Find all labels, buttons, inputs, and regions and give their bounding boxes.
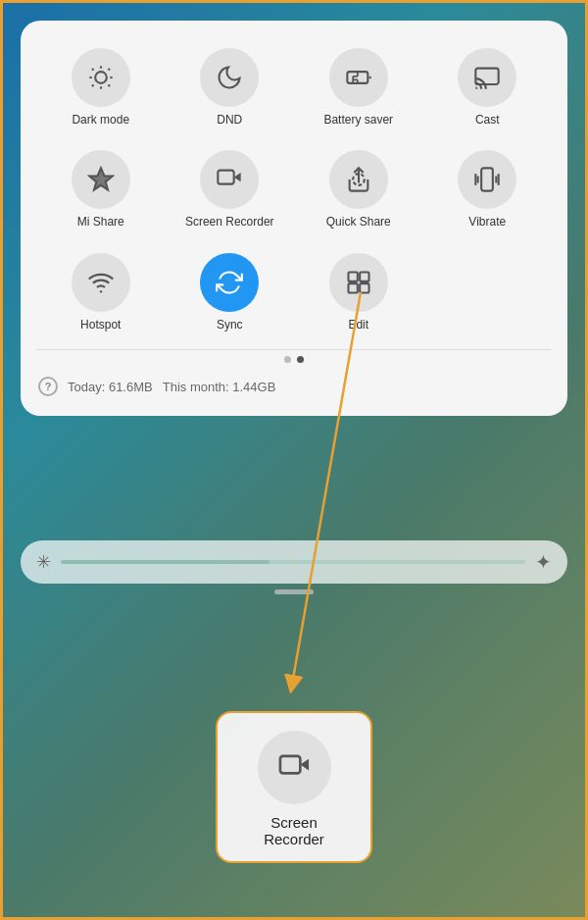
tile-vibrate[interactable]: Vibrate [423, 142, 553, 236]
pagination-dots [36, 356, 552, 363]
callout-box: Screen Recorder [216, 711, 372, 863]
divider [36, 349, 552, 350]
tiles-grid: Dark mode DND [36, 40, 552, 339]
dot-1 [284, 356, 291, 363]
data-usage-row: ? Today: 61.6MB This month: 1.44GB [36, 373, 552, 400]
tile-quick-share[interactable]: Quick Share [294, 142, 423, 236]
dark-mode-icon [87, 64, 115, 91]
hotspot-icon [87, 269, 115, 296]
callout-circle [258, 731, 331, 804]
svg-line-7 [92, 84, 94, 86]
tile-battery-saver[interactable]: Battery saver [294, 40, 423, 134]
dark-mode-label: Dark mode [72, 113, 129, 127]
hotspot-circle [72, 253, 130, 312]
tile-dnd[interactable]: DND [166, 40, 295, 134]
edit-circle [329, 253, 388, 312]
data-month: This month: 1.44GB [163, 380, 276, 394]
dnd-circle [200, 48, 259, 107]
brightness-high-icon: ✦ [535, 550, 552, 574]
tile-edit[interactable]: Edit [294, 245, 423, 339]
edit-icon [345, 269, 372, 296]
vibrate-label: Vibrate [468, 215, 506, 229]
battery-circle [329, 48, 388, 107]
tile-dark-mode[interactable]: Dark mode [36, 40, 166, 134]
sync-label: Sync [217, 318, 243, 332]
callout-label: Screen Recorder [245, 814, 343, 847]
battery-label: Battery saver [323, 113, 393, 127]
quick-share-icon [345, 166, 372, 193]
panel-handle [274, 589, 314, 594]
battery-icon [345, 64, 372, 91]
svg-marker-31 [300, 759, 309, 771]
svg-rect-27 [348, 283, 357, 292]
edit-label: Edit [348, 318, 368, 332]
cast-icon [473, 64, 501, 91]
svg-line-8 [108, 69, 110, 71]
svg-rect-26 [360, 272, 368, 281]
brightness-track [61, 560, 525, 564]
brightness-thumb [61, 560, 270, 564]
svg-rect-30 [279, 756, 299, 774]
quick-settings-panel: Dark mode DND [21, 21, 567, 416]
mi-share-label: Mi Share [77, 215, 124, 229]
screen-recorder-icon [216, 166, 243, 193]
hotspot-label: Hotspot [80, 318, 121, 332]
tile-hotspot[interactable]: Hotspot [36, 245, 166, 339]
svg-point-24 [100, 290, 102, 292]
cast-label: Cast [475, 113, 500, 127]
data-usage-icon: ? [38, 377, 58, 396]
svg-point-0 [95, 72, 107, 83]
cast-circle [458, 48, 516, 107]
svg-rect-19 [219, 171, 234, 184]
tile-screen-recorder[interactable]: Screen Recorder [166, 142, 295, 236]
svg-rect-16 [476, 69, 499, 84]
dot-2 [297, 356, 304, 363]
brightness-bar[interactable]: ✳ ✦ [21, 540, 567, 584]
svg-line-4 [108, 84, 110, 86]
vibrate-icon [473, 166, 501, 193]
dnd-label: DND [217, 113, 242, 127]
brightness-low-icon: ✳ [36, 551, 51, 573]
svg-rect-23 [481, 169, 493, 191]
svg-rect-28 [360, 283, 368, 292]
dnd-icon [216, 64, 243, 91]
sync-circle [200, 253, 259, 312]
sync-icon [216, 269, 243, 296]
svg-marker-20 [234, 173, 241, 181]
tile-cast[interactable]: Cast [423, 40, 553, 134]
svg-line-3 [92, 69, 94, 71]
data-today: Today: 61.6MB [68, 380, 153, 394]
callout-screen-recorder-icon [277, 750, 312, 785]
dark-mode-circle [72, 48, 130, 107]
tile-mi-share[interactable]: Mi Share [36, 142, 166, 236]
quick-share-label: Quick Share [326, 215, 391, 229]
screen-recorder-circle [200, 150, 259, 209]
mi-share-circle [72, 150, 130, 209]
tile-sync[interactable]: Sync [166, 245, 295, 339]
svg-rect-25 [348, 272, 357, 281]
vibrate-circle [458, 150, 516, 209]
mi-share-icon [87, 166, 115, 193]
screen-recorder-label: Screen Recorder [185, 215, 274, 229]
quick-share-circle [329, 150, 388, 209]
